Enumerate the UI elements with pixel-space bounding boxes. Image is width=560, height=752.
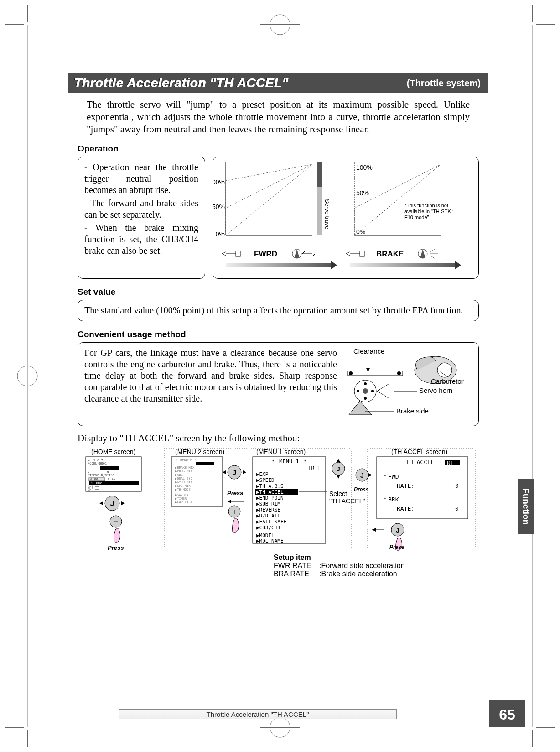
setvalue-text: The standard value (100% point) of this … (84, 305, 472, 316)
svg-text:J: J (110, 500, 114, 507)
svg-rect-40 (350, 263, 455, 267)
svg-text:100%: 100% (356, 164, 373, 171)
graph-note: *This function is not (404, 203, 448, 208)
op-item: - When the brake mixing function is set,… (84, 222, 198, 256)
svg-text:▶CPS MIX: ▶CPS MIX (175, 484, 191, 488)
op-item: - The forward and brake sides can be set… (84, 198, 198, 220)
svg-text:(TH ACCEL screen): (TH ACCEL screen) (391, 448, 447, 455)
title-sub: (Throttle system) (407, 78, 481, 89)
svg-rect-67 (100, 466, 119, 470)
svg-text:MODEL-0001: MODEL-0001 (88, 462, 107, 465)
svg-text:RATE:: RATE: (397, 482, 415, 489)
setup-key: BRA RATE (274, 570, 316, 578)
svg-text:▶LAP LIST: ▶LAP LIST (175, 501, 193, 504)
svg-text:0: 0 (455, 505, 459, 512)
side-tab: Function (518, 479, 534, 534)
svg-text:Carburetor: Carburetor (431, 377, 464, 385)
svg-text:Brake side: Brake side (396, 407, 429, 415)
svg-text:(MENU 2 screen): (MENU 2 screen) (175, 448, 224, 455)
svg-text:J: J (360, 472, 364, 479)
svg-text:RATE:: RATE: (397, 505, 415, 512)
svg-rect-36 (360, 251, 364, 256)
svg-text:Select: Select (329, 490, 347, 497)
svg-text:Press: Press (227, 490, 243, 496)
svg-rect-125 (377, 457, 468, 519)
svg-text:▶SUBTRIM: ▶SUBTRIM (256, 501, 280, 507)
page-number: 65 (489, 700, 525, 727)
svg-text:▶END POINT: ▶END POINT (256, 495, 287, 501)
svg-marker-41 (331, 261, 337, 270)
svg-rect-85 (196, 462, 214, 465)
svg-point-46 (349, 371, 353, 375)
svg-line-19 (226, 164, 312, 235)
svg-text:▶TIMER: ▶TIMER (175, 497, 187, 501)
svg-line-27 (354, 164, 441, 235)
svg-rect-22 (317, 162, 322, 187)
setup-desc: :Brake side acceleration (319, 570, 397, 578)
svg-point-51 (371, 390, 374, 392)
svg-rect-33 (236, 251, 240, 256)
svg-text:＊ MENU 2 ＊: ＊ MENU 2 ＊ (175, 459, 197, 462)
svg-text:J: J (396, 527, 399, 534)
svg-text:0.00: 0.00 (90, 478, 98, 481)
svg-text:Servo travel: Servo travel (324, 199, 331, 230)
svg-text:ST*EXP D/R*100: ST*EXP D/R*100 (88, 474, 114, 477)
svg-text:＊ MENU 1 ＊: ＊ MENU 1 ＊ (270, 458, 308, 465)
svg-text:▶BRAKE MIX: ▶BRAKE MIX (175, 466, 195, 470)
svg-text:RT: RT (447, 460, 453, 466)
svg-text:50%: 50% (356, 189, 369, 197)
usage-heading: Convenient usage method (78, 329, 488, 339)
setup-desc: :Forward side acceleration (319, 562, 405, 570)
svg-text:3E 00V: 3E 00V (90, 481, 102, 485)
pct-100: 100% (213, 178, 225, 186)
svg-rect-23 (317, 187, 322, 235)
svg-point-53 (364, 397, 367, 400)
svg-point-52 (364, 382, 367, 385)
svg-text:▶TH ACCEL: ▶TH ACCEL (256, 489, 284, 495)
setup-heading: Setup item (274, 554, 488, 562)
svg-text:J: J (337, 465, 340, 473)
setup-item-block: Setup item FWR RATE :Forward side accele… (274, 554, 488, 578)
svg-text:▶DUAL ESC: ▶DUAL ESC (175, 477, 192, 480)
svg-text:−: − (114, 517, 119, 526)
svg-text:50%: 50% (213, 203, 225, 210)
svg-text:▶SW/DIAL: ▶SW/DIAL (175, 493, 191, 497)
intro-text: The throttle servo will "jump" to a pres… (87, 99, 470, 136)
svg-marker-42 (455, 261, 461, 270)
svg-text:▶TH A.B.S: ▶TH A.B.S (256, 483, 284, 489)
title-main: Throttle Acceleration "TH ACCEL" (74, 76, 288, 90)
nav-intro: Display to "TH ACCEL" screen by the foll… (78, 433, 479, 444)
svg-text:0.0V: 0.0V (108, 478, 116, 481)
svg-text:▶SPEED: ▶SPEED (256, 477, 275, 483)
graph-box: 100% 50% 0% Servo travel 100% 50% 0% (213, 157, 479, 279)
setvalue-heading: Set value (78, 287, 488, 297)
svg-text:Press: Press (389, 544, 404, 550)
svg-text:0: 0 (455, 482, 459, 489)
usage-box: For GP cars, the linkage must have a cle… (78, 342, 479, 426)
svg-text:+: + (232, 508, 236, 516)
svg-text:▶ABS: ▶ABS (175, 473, 183, 477)
op-item: - Operation near the throttle trigger ne… (84, 162, 198, 196)
svg-point-14 (270, 717, 290, 737)
svg-point-47 (397, 371, 401, 375)
setup-key: FWR RATE (274, 562, 316, 570)
svg-rect-45 (348, 371, 403, 376)
operation-box: - Operation near the throttle trigger ne… (78, 157, 205, 279)
svg-text:Press: Press (354, 486, 369, 493)
svg-text:▶PROG MIX: ▶PROG MIX (175, 470, 193, 473)
svg-text:(HOME screen): (HOME screen) (91, 448, 135, 455)
setvalue-box: The standard value (100% point) of this … (78, 300, 479, 321)
svg-text:Press: Press (108, 544, 124, 551)
svg-text:▶D/R ATL: ▶D/R ATL (256, 513, 280, 519)
carburetor-diagram: Clearance Servo horn Carburetor (340, 347, 472, 421)
svg-text:▶GYRO MIX: ▶GYRO MIX (175, 480, 193, 484)
svg-point-49 (363, 388, 368, 394)
page-content: Throttle Acceleration "TH ACCEL" (Thrott… (68, 73, 488, 578)
svg-point-11 (17, 366, 37, 386)
svg-text:0%: 0% (356, 228, 365, 235)
svg-text:▶CH3/CH4: ▶CH3/CH4 (256, 525, 280, 531)
svg-point-8 (270, 15, 290, 35)
svg-text:▶EXP: ▶EXP (256, 471, 269, 477)
svg-text:FWRD: FWRD (254, 250, 277, 258)
svg-text:▶TH MODE: ▶TH MODE (175, 488, 191, 491)
